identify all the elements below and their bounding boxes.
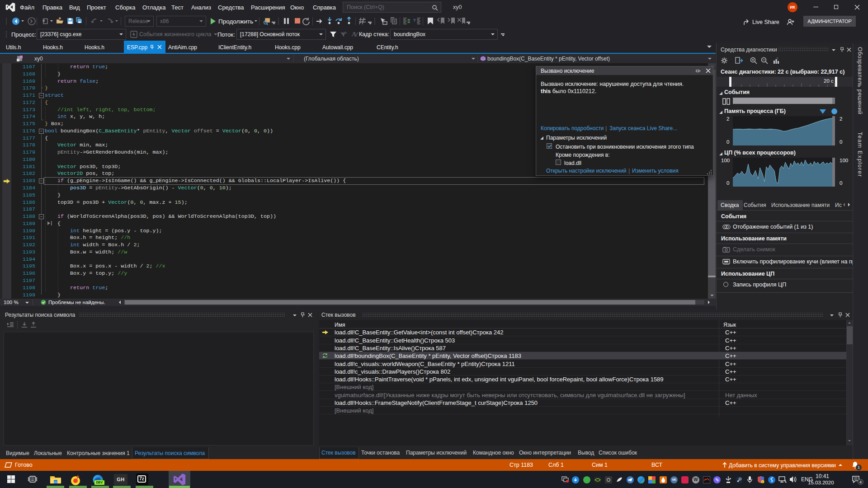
svg-text:?: ? — [413, 18, 415, 23]
svg-text:?: ? — [776, 57, 778, 61]
